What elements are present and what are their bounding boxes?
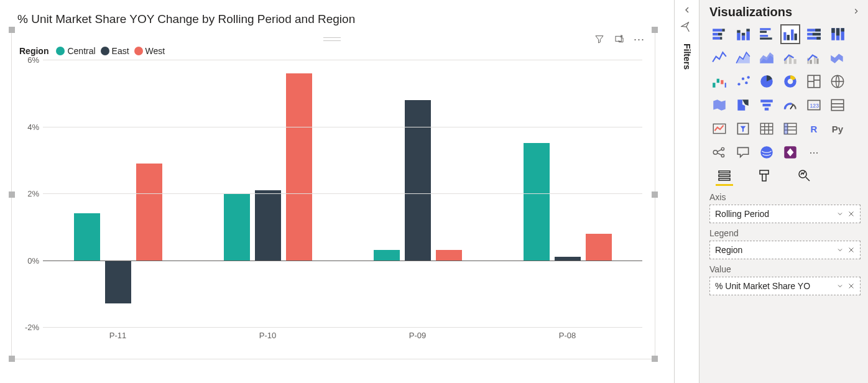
viz-line-icon[interactable] bbox=[709, 48, 729, 68]
viz-100-stacked-column-icon[interactable] bbox=[828, 24, 847, 44]
viz-r-script-icon[interactable]: R bbox=[804, 119, 824, 139]
chart-plot-area: -2%0%2%4%6% P-11P-10P-09P-08 bbox=[43, 60, 642, 327]
viz-powerapps-icon[interactable] bbox=[780, 142, 800, 162]
legend-swatch-west bbox=[134, 47, 143, 55]
remove-field-icon[interactable] bbox=[847, 246, 855, 254]
visual-header: ··· bbox=[594, 34, 645, 45]
viz-key-influencers-icon[interactable] bbox=[709, 142, 729, 162]
remove-field-icon[interactable] bbox=[847, 210, 855, 218]
remove-field-icon[interactable] bbox=[847, 282, 855, 290]
filter-icon[interactable] bbox=[594, 34, 605, 45]
svg-point-45 bbox=[742, 78, 744, 80]
format-tab-icon[interactable] bbox=[755, 168, 773, 186]
more-options-icon[interactable]: ··· bbox=[634, 34, 645, 45]
legend-field-well[interactable]: Region bbox=[709, 241, 861, 259]
move-grip[interactable] bbox=[323, 37, 341, 41]
resize-handle-bottom-left[interactable] bbox=[9, 356, 15, 362]
viz-multi-row-card-icon[interactable] bbox=[828, 95, 847, 115]
viz-more-icon[interactable]: ··· bbox=[804, 142, 824, 162]
viz-arcgis-icon[interactable] bbox=[757, 142, 777, 162]
viz-pie-icon[interactable] bbox=[757, 72, 777, 91]
bar[interactable] bbox=[255, 190, 281, 261]
bar[interactable] bbox=[136, 164, 162, 261]
resize-handle-mid-right[interactable] bbox=[652, 192, 658, 198]
focus-mode-icon[interactable] bbox=[614, 34, 625, 45]
resize-handle-mid-left[interactable] bbox=[9, 192, 15, 198]
y-tick-label: 2% bbox=[27, 189, 39, 198]
viz-stacked-bar-icon[interactable] bbox=[709, 24, 729, 44]
svg-line-80 bbox=[718, 150, 722, 152]
bar[interactable] bbox=[105, 261, 131, 304]
svg-rect-19 bbox=[791, 29, 793, 40]
analytics-tab-icon[interactable] bbox=[795, 168, 813, 186]
y-tick-label: 0% bbox=[27, 256, 39, 265]
resize-handle-top-left[interactable] bbox=[9, 27, 15, 33]
viz-line-stacked-column-icon[interactable] bbox=[780, 48, 800, 68]
viz-kpi-icon[interactable] bbox=[709, 119, 729, 139]
viz-funnel-icon[interactable] bbox=[757, 95, 777, 115]
bar[interactable] bbox=[586, 234, 612, 261]
viz-area-icon[interactable] bbox=[733, 48, 753, 68]
viz-clustered-bar-icon[interactable] bbox=[757, 24, 777, 44]
viz-donut-icon[interactable] bbox=[780, 72, 800, 91]
bar[interactable] bbox=[224, 193, 250, 261]
viz-stacked-column-icon[interactable] bbox=[733, 24, 753, 44]
svg-rect-41 bbox=[717, 79, 719, 83]
viz-python-icon[interactable]: Py bbox=[828, 119, 847, 139]
filters-pane-collapsed[interactable]: Filters bbox=[674, 0, 699, 383]
svg-rect-11 bbox=[746, 32, 749, 40]
svg-rect-2 bbox=[722, 29, 724, 31]
viz-treemap-icon[interactable] bbox=[804, 72, 824, 91]
bar[interactable] bbox=[286, 73, 312, 261]
x-tick-label: P-10 bbox=[259, 331, 276, 340]
bar[interactable] bbox=[374, 250, 400, 260]
viz-shape-map-icon[interactable] bbox=[733, 95, 753, 115]
chevron-down-icon[interactable] bbox=[836, 282, 844, 290]
resize-handle-bottom-right[interactable] bbox=[652, 356, 658, 362]
bar[interactable] bbox=[405, 100, 431, 261]
value-field-well[interactable]: % Unit Market Share YO bbox=[709, 277, 861, 295]
legend-item-east[interactable]: East bbox=[101, 46, 129, 56]
legend-swatch-central bbox=[56, 47, 65, 55]
viz-waterfall-icon[interactable] bbox=[709, 72, 729, 91]
viz-qa-icon[interactable] bbox=[733, 142, 753, 162]
svg-rect-15 bbox=[760, 35, 768, 37]
viz-clustered-column-icon[interactable] bbox=[780, 24, 800, 44]
chevron-down-icon[interactable] bbox=[836, 246, 844, 254]
viz-stacked-area-icon[interactable] bbox=[757, 48, 777, 68]
legend-item-west[interactable]: West bbox=[134, 46, 165, 56]
viz-table-icon[interactable] bbox=[757, 119, 777, 139]
viz-card-icon[interactable]: 123 bbox=[804, 95, 824, 115]
viz-gauge-icon[interactable] bbox=[780, 95, 800, 115]
axis-field-well[interactable]: Rolling Period bbox=[709, 205, 861, 223]
format-tabs bbox=[716, 168, 861, 186]
visualization-type-gallery: 123 R Py ··· bbox=[709, 24, 861, 162]
viz-matrix-icon[interactable] bbox=[780, 119, 800, 139]
svg-rect-67 bbox=[760, 123, 773, 134]
svg-point-47 bbox=[747, 76, 750, 78]
viz-ribbon-icon[interactable] bbox=[828, 48, 847, 68]
svg-rect-14 bbox=[760, 31, 767, 33]
viz-100-stacked-bar-icon[interactable] bbox=[804, 24, 824, 44]
viz-scatter-icon[interactable] bbox=[733, 72, 753, 91]
y-axis: -2%0%2%4%6% bbox=[17, 60, 42, 327]
fields-tab-icon[interactable] bbox=[716, 168, 733, 186]
bar[interactable] bbox=[436, 250, 462, 260]
expand-filters-icon[interactable] bbox=[682, 5, 692, 15]
viz-filled-map-icon[interactable] bbox=[709, 95, 729, 115]
svg-rect-24 bbox=[813, 33, 821, 35]
svg-rect-16 bbox=[760, 37, 772, 39]
bar[interactable] bbox=[74, 213, 100, 260]
bar[interactable] bbox=[524, 143, 550, 260]
resize-handle-top-right[interactable] bbox=[652, 27, 658, 33]
chevron-down-icon[interactable] bbox=[836, 210, 844, 218]
legend-item-central[interactable]: Central bbox=[56, 46, 95, 56]
viz-slicer-icon[interactable] bbox=[733, 119, 753, 139]
svg-rect-1 bbox=[713, 29, 722, 31]
chart-visual[interactable]: ··· Region Central East West -2%0%2%4%6%… bbox=[11, 30, 655, 359]
viz-line-clustered-column-icon[interactable] bbox=[804, 48, 824, 68]
viz-map-icon[interactable] bbox=[828, 72, 847, 91]
collapse-viz-pane-icon[interactable] bbox=[852, 7, 861, 18]
filters-icon bbox=[679, 21, 695, 36]
report-canvas: % Unit Market Share YOY Change by Rollin… bbox=[0, 0, 674, 383]
